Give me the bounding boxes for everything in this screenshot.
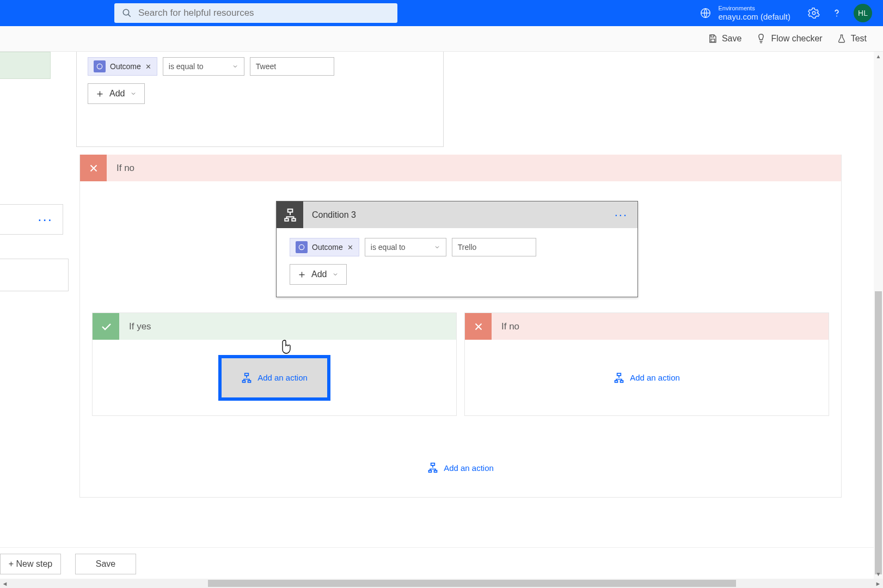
branch-header-if-yes: If yes [93,313,456,340]
branch-title: If no [116,163,134,174]
check-icon [93,313,119,340]
add-action-label: Add an action [444,463,494,473]
save-command[interactable]: Save [708,34,741,44]
dynamic-content-icon [296,241,308,253]
add-action-label: Add an action [257,373,308,382]
search-box[interactable] [114,3,397,23]
avatar-initials: HL [858,9,868,17]
svg-rect-15 [617,373,621,375]
expression-chip-outcome[interactable]: Outcome ✕ [88,57,157,76]
inner-branches: If yes Add an action If no [92,313,829,416]
new-step-label: + New step [9,559,52,569]
add-action-button[interactable]: Add an action [427,462,494,473]
app-top-bar: Environments enayu.com (default) HL [0,0,883,26]
chevron-down-icon [232,63,238,70]
scroll-up-arrow[interactable]: ▲ [874,52,883,61]
card-menu-dots[interactable]: ··· [38,211,53,228]
environment-value: enayu.com (default) [718,12,790,21]
svg-rect-10 [292,218,296,220]
condition-3-card[interactable]: Condition 3 ··· Outcome ✕ is equa [276,201,638,297]
svg-line-1 [128,15,131,17]
horizontal-scrollbar[interactable]: ◄ ► [0,579,883,588]
condition-add-button[interactable]: Add [88,83,145,104]
environment-picker[interactable]: Environments enayu.com (default) [700,5,790,21]
test-command[interactable]: Test [837,34,867,44]
chip-label: Outcome [110,62,141,71]
if-no-branch: If no Condition 3 ··· [79,155,842,498]
value-input[interactable]: Trello [452,238,536,256]
svg-point-3 [812,11,815,15]
help-icon[interactable] [831,7,843,19]
operator-value: is equal to [169,62,204,71]
if-yes-stub [0,52,51,79]
vertical-scrollbar[interactable]: ▲ ▼ [874,52,883,579]
svg-rect-12 [245,373,249,375]
designer-canvas[interactable]: Outcome ✕ is equal to Tweet Add ··· [0,52,883,588]
chip-remove-icon[interactable]: ✕ [347,243,353,252]
operator-select[interactable]: is equal to [365,238,446,256]
svg-rect-17 [621,381,623,382]
add-action-icon [427,462,438,473]
flow-checker-command[interactable]: Flow checker [756,33,822,44]
add-action-button-highlighted[interactable]: Add an action [218,355,330,401]
scroll-left-arrow[interactable]: ◄ [0,579,10,588]
card-menu-button[interactable]: ··· [615,208,628,222]
condition-add-button[interactable]: Add [290,264,347,285]
scroll-thumb[interactable] [875,291,882,574]
add-label: Add [109,89,125,99]
condition-icon [277,201,303,228]
dynamic-content-icon [94,60,106,72]
save-command-label: Save [722,34,741,44]
operator-value: is equal to [371,243,406,252]
svg-point-4 [836,16,837,17]
svg-rect-14 [248,381,251,382]
svg-rect-20 [434,470,437,472]
inner-if-no-branch: If no Add an action [464,313,829,416]
environment-label: Environments [718,5,790,12]
environment-text: Environments enayu.com (default) [718,5,790,21]
add-action-icon [241,372,252,383]
expression-chip-outcome[interactable]: Outcome ✕ [290,238,359,256]
test-command-label: Test [851,34,867,44]
add-action-button[interactable]: Add an action [614,372,680,383]
condition-3-title: Condition 3 [312,210,356,220]
add-action-icon [614,372,624,383]
svg-rect-5 [711,35,714,37]
plus-icon [96,90,104,98]
x-icon [465,313,492,340]
value-text: Tweet [256,62,276,71]
scroll-right-arrow[interactable]: ► [873,579,883,588]
scroll-thumb[interactable] [208,580,736,587]
card-stub [0,259,69,291]
svg-rect-9 [285,218,289,220]
command-bar: Save Flow checker Test [0,26,883,52]
condition-3-body: Outcome ✕ is equal to Trello Ad [277,228,637,297]
scroll-down-arrow[interactable]: ▼ [874,569,883,579]
chevron-down-icon [434,244,440,250]
branch-title: If yes [129,321,151,332]
search-icon [122,8,132,18]
chip-label: Outcome [312,243,343,252]
settings-icon[interactable] [808,7,820,19]
environment-icon [700,7,712,19]
user-avatar[interactable]: HL [854,4,872,22]
condition-3-header[interactable]: Condition 3 ··· [277,201,637,228]
designer-bottom-bar: + New step Save [0,547,883,580]
add-action-label: Add an action [630,373,680,382]
operator-select[interactable]: is equal to [163,57,244,76]
action-card-stub[interactable]: ··· [0,204,63,235]
search-input[interactable] [138,8,390,19]
flow-checker-label: Flow checker [771,34,822,44]
bottom-save-button[interactable]: Save [75,554,136,574]
new-step-button[interactable]: + New step [0,554,61,574]
inner-if-yes-branch: If yes Add an action [92,313,457,416]
chip-remove-icon[interactable]: ✕ [145,63,151,71]
svg-rect-16 [615,381,618,382]
chevron-down-icon [332,271,339,278]
svg-rect-18 [431,463,435,465]
branch-header-if-no: If no [80,155,841,181]
value-input[interactable]: Tweet [250,57,334,76]
svg-rect-13 [243,381,246,382]
svg-rect-6 [711,39,715,42]
add-label: Add [311,270,327,279]
